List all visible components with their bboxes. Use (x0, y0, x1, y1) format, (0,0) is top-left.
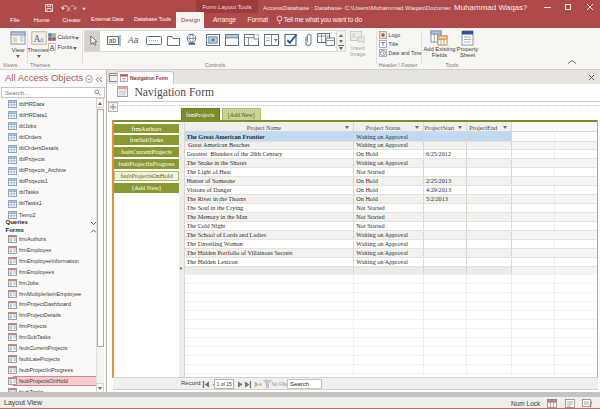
svg-text:A: A (49, 44, 54, 51)
svg-text:ab: ab (109, 37, 117, 44)
